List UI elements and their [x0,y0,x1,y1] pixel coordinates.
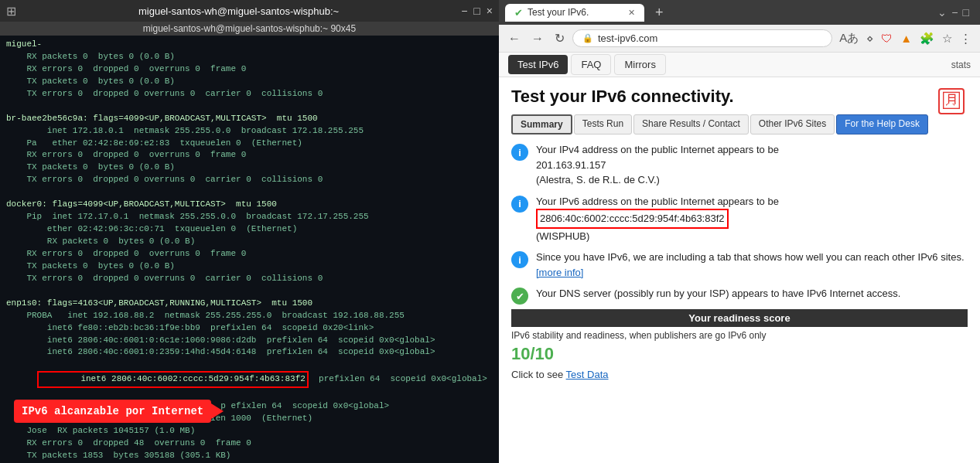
content-tab-other[interactable]: Other IPv6 Sites [750,114,835,134]
more-info-link[interactable]: [more info] [536,267,583,278]
terminal-controls[interactable]: − □ × [461,5,493,17]
brave-shield-icon[interactable]: 🛡 [879,30,895,46]
info-icon-ipv4: i [511,144,528,161]
browser-titlebar: ✔ Test your IPv6. ✕ + ⌄ − □ [499,0,980,25]
info-icon-tab: i [511,251,528,268]
stats-btn[interactable]: stats [951,60,971,70]
address-bar[interactable]: 🔒 test-ipv6.com [572,29,832,47]
brave-bat-icon[interactable]: ▲ [898,30,914,46]
site-nav-tabs: Test IPv6 FAQ Mirrors stats [499,53,980,77]
terminal-line [6,186,493,199]
info-row-dns: ✔ Your DNS server (possibly run by your … [511,286,968,305]
site-tab-faq[interactable]: FAQ [571,54,611,75]
terminal-line: br-baee2be56c9a: flags=4099<UP,BROADCAST… [6,113,493,125]
page-title: Test your IPv6 connectivity. [511,87,968,107]
browser-tab[interactable]: ✔ Test your IPv6. ✕ [505,4,644,22]
back-btn[interactable]: ← [505,30,524,47]
url-display: test-ipv6.com [598,32,822,44]
terminal-title: miguel-santos-wh@miguel-santos-wisphub:~ [16,5,461,17]
readiness-subtext: IPv6 stability and readiness, when publi… [511,330,968,341]
info-row-ipv6: i Your IPv6 address on the public Intern… [511,194,968,244]
new-tab-btn[interactable]: + [650,5,668,21]
reload-btn[interactable]: ↻ [551,29,568,47]
terminal-line: inet 172.18.0.1 netmask 255.255.0.0 broa… [6,125,493,138]
terminal-line [6,285,493,298]
terminal-line: RX errors 0 dropped 0 overruns 0 frame 0 [6,149,493,162]
info-icon-dns: ✔ [511,288,528,305]
terminal-line: Pip inet 172.17.0.1 netmask 255.255.0.0 … [6,211,493,223]
terminal-line: ether 02:42:96:3c:c0:71 txqueuelen 0 (Et… [6,223,493,236]
favorites-icon[interactable]: ☆ [940,30,954,47]
site-tab-mirrors[interactable]: Mirrors [614,54,665,75]
forward-btn[interactable]: → [528,30,547,47]
test-data-label: Click to see [511,369,563,380]
browser-page-content: 🈷 Test your IPv6 connectivity. Summary T… [499,77,980,463]
content-tab-tests-run[interactable]: Tests Run [574,114,632,134]
content-tab-share[interactable]: Share Results / Contact [633,114,749,134]
terminal-line: RX packets 0 bytes 0 (0.0 B) [6,51,493,63]
extensions-icon[interactable]: 🧩 [917,30,937,47]
browser-tab-title: Test your IPv6. [528,7,589,18]
terminal-subtitle: miguel-santos-wh@miguel-santos-wisphub:~… [0,22,499,36]
terminal-line: TX packets 0 bytes 0 (0.0 B) [6,162,493,174]
terminal-line: TX errors 0 dropped 0 overruns 0 carrier… [6,174,493,186]
info-text-ipv4: Your IPv4 address on the public Internet… [536,142,779,188]
content-tab-summary[interactable]: Summary [511,114,572,134]
browser-toolbar-icons: Aあ ⋄ 🛡 ▲ 🧩 ☆ ⋮ [837,29,974,47]
browser-toolbar: ← → ↻ 🔒 test-ipv6.com Aあ ⋄ 🛡 ▲ 🧩 ☆ ⋮ [499,25,980,53]
share-icon[interactable]: ⋄ [864,30,876,47]
menu-icon[interactable]: ⋮ [958,30,974,47]
terminal-line: PROBA inet 192.168.88.2 netmask 255.255.… [6,310,493,322]
terminal-line: TX errors 0 dropped 0 overruns 0 carrier… [6,273,493,285]
content-tab-helpdesk[interactable]: For the Help Desk [836,114,928,134]
tab-close-btn[interactable]: ✕ [628,8,635,18]
terminal-line: docker0: flags=4099<UP,BROADCAST,MULTICA… [6,199,493,211]
info-row-ipv4: i Your IPv4 address on the public Intern… [511,142,968,188]
terminal-line: TX packets 1853 bytes 305188 (305.1 KB) [6,450,493,462]
browser-window-controls[interactable]: ⌄ − □ [937,6,974,19]
terminal-line: RX errors 0 dropped 48 overruns 0 frame … [6,437,493,450]
info-text-ipv6: Your IPv6 address on the public Internet… [536,194,779,244]
terminal-line: inet6 2806:40c:6001:0:2359:14hd:45d4:614… [6,346,493,359]
translate-icon[interactable]: Aあ [837,29,861,47]
site-tab-test-ipv6[interactable]: Test IPv6 [508,55,568,74]
info-text-tab: Since you have IPv6, we are including a … [536,250,968,280]
ipv6-address-highlighted: 2806:40c:6002:cccc:5d29:954f:4b63:83f2 [536,209,729,229]
ipv6-arrow-annotation: IPv6 alcanzable por Internet [14,400,224,423]
info-section: i Your IPv4 address on the public Intern… [511,142,968,305]
page-translate-icon[interactable]: 🈷 [938,88,965,114]
terminal-body: miguel- RX packets 0 bytes 0 (0.0 B) RX … [0,36,499,463]
terminal-line: inet6 fe80::eb2b:bc36:1f9e:bb9 prefixlen… [6,322,493,335]
terminal-window-icon: ⊞ [6,4,16,19]
terminal-titlebar: ⊞ miguel-santos-wh@miguel-santos-wisphub… [0,0,499,22]
terminal-minimize-btn[interactable]: − [461,5,467,17]
info-icon-ipv6: i [511,196,528,213]
terminal-line: TX errors 0 dropped 0 overruns 0 carrier… [6,88,493,100]
content-tabs: Summary Tests Run Share Results / Contac… [511,114,968,134]
terminal-line: miguel- [6,39,493,51]
lock-icon: 🔒 [582,33,593,43]
ipv6-arrow-triangle [211,403,224,419]
terminal-line: Pa ether 02:42:8e:69:e2:83 txqueuelen 0 … [6,138,493,150]
readiness-score: 10/10 [511,344,968,364]
test-data-link[interactable]: Test Data [566,369,609,380]
terminal-line: enp1s0: flags=4163<UP,BROADCAST,RUNNING,… [6,298,493,310]
test-data-section: Click to see Test Data [511,369,968,380]
terminal-maximize-btn[interactable]: □ [473,5,480,17]
browser-minimize-btn[interactable]: − [951,6,958,19]
terminal-line: RX packets 0 bytes 0 (0.0 B) [6,236,493,248]
terminal-line: TX packets 0 bytes 0 (0.0 B) [6,260,493,273]
terminal-line: inet6 2806:40c:6001:0:6c1e:1060:9086:d2d… [6,335,493,347]
tab-favicon: ✔ [514,7,523,19]
highlighted-inet6-line: inet6 2806:40c:6002:cccc:5d29:954f:4b63:… [6,359,493,400]
info-row-tab-info: i Since you have IPv6, we are including … [511,250,968,280]
terminal-line: RX errors 0 dropped 0 overruns 0 frame 0 [6,248,493,260]
terminal-line: Jose RX packets 1045157 (1.0 MB) [6,425,493,437]
browser-window: ✔ Test your IPv6. ✕ + ⌄ − □ ← → ↻ 🔒 test… [499,0,980,463]
terminal-close-btn[interactable]: × [487,5,493,17]
terminal-line: TX packets 0 bytes 0 (0.0 B) [6,76,493,88]
browser-maximize-btn[interactable]: □ [963,6,969,19]
browser-chevron-down[interactable]: ⌄ [937,6,947,19]
info-text-dns: Your DNS server (possibly run by your IS… [536,286,900,301]
terminal-line [6,100,493,113]
